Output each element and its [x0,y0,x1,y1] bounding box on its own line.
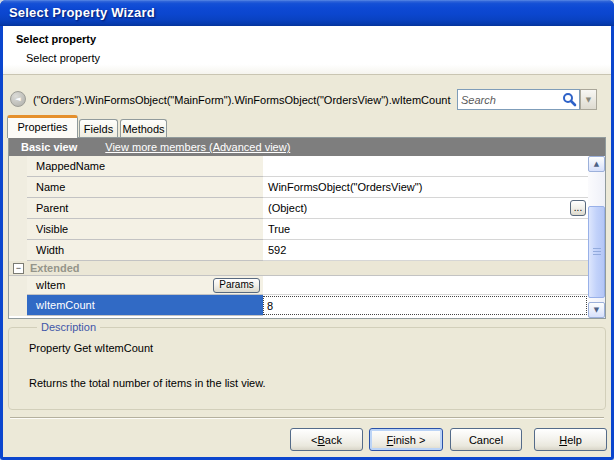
wizard-header: Select property Select property [3,26,611,75]
chevron-down-icon: ▼ [586,96,591,104]
view-mode-bar: Basic view View more members (Advanced v… [9,138,605,156]
select-property-wizard-dialog: Select Property Wizard Select property S… [0,0,614,460]
property-name-cell: wItemCount [27,295,263,316]
description-signature: Property Get wItemCount [29,342,153,354]
property-name-cell: Parent [27,198,263,219]
ellipsis-button[interactable]: ... [570,200,586,216]
back-button[interactable]: <Back [290,428,363,451]
row-gutter [9,240,27,261]
property-value-cell: 592 [263,240,588,261]
arrow-up-icon: ▲ [594,160,599,168]
advanced-view-link[interactable]: View more members (Advanced view) [105,141,290,153]
property-value-text: (Object) [268,202,307,214]
property-row-mappedname[interactable]: MappedName [9,156,588,177]
back-arrow-icon: ◄ [15,96,20,103]
row-gutter [9,219,27,240]
cancel-button[interactable]: Cancel [450,428,522,451]
search-icon[interactable] [562,92,577,107]
property-row-name[interactable]: Name WinFormsObject("OrdersView") [9,177,588,198]
property-value-cell: WinFormsObject("OrdersView") [263,177,588,198]
property-name-cell: Width [27,240,263,261]
arrow-down-icon: ▼ [594,306,599,314]
back-navigation-button[interactable]: ◄ [10,91,26,107]
scrollbar-grip-icon [593,248,601,256]
breadcrumb: ("Orders").WinFormsObject("MainForm").Wi… [33,94,450,106]
property-value-editor[interactable]: 8 [263,296,587,315]
page-subtitle: Select property [26,52,100,64]
scroll-down-button[interactable]: ▼ [588,302,605,318]
window-title: Select Property Wizard [9,5,155,20]
description-caption: Description [37,321,100,333]
property-name-text: wItem [36,279,65,291]
tab-fields[interactable]: Fields [79,119,118,138]
row-gutter [9,295,27,316]
property-value-cell: True [263,219,588,240]
property-row-visible[interactable]: Visible True [9,219,588,240]
property-name-cell: wItem Params [27,276,263,295]
params-button[interactable]: Params [213,278,260,293]
group-label: Extended [30,262,80,274]
dialog-client-area: Select property Select property ◄ ("Orde… [3,26,611,457]
description-groupbox: Description Property Get wItemCount Retu… [8,327,606,410]
collapse-icon[interactable]: − [13,263,24,274]
property-value-cell [263,276,588,295]
property-row-width[interactable]: Width 592 [9,240,588,261]
row-gutter [9,177,27,198]
property-row-witem[interactable]: wItem Params [9,276,588,295]
finish-button[interactable]: Finish > [369,428,443,451]
button-separator [10,417,604,419]
description-text: Returns the total number of items in the… [29,377,266,389]
property-row-witemcount-selected[interactable]: wItemCount 8 [9,295,588,316]
view-mode-label: Basic view [21,141,77,153]
search-options-dropdown[interactable]: ▼ [580,89,597,110]
page-title: Select property [16,33,96,45]
vertical-scrollbar[interactable]: ▲ ▼ [588,156,605,318]
property-row-parent[interactable]: Parent (Object) ... [9,198,588,219]
search-box[interactable] [457,89,580,110]
title-bar[interactable]: Select Property Wizard [0,0,614,26]
row-gutter [9,198,27,219]
property-value-cell: (Object) ... [263,198,588,219]
scrollbar-thumb[interactable] [588,206,605,298]
tab-properties[interactable]: Properties [7,115,78,138]
property-grid: MappedName Name WinFormsObject("OrdersVi… [9,156,588,318]
tab-methods[interactable]: Methods [120,119,167,138]
property-name-cell: Name [27,177,263,198]
help-button[interactable]: Help [534,428,607,451]
property-value-cell [263,156,588,177]
properties-panel: Basic view View more members (Advanced v… [8,137,606,319]
scroll-up-button[interactable]: ▲ [588,156,605,172]
search-input[interactable] [458,91,562,108]
group-row-extended[interactable]: − Extended [9,261,588,276]
row-gutter [9,276,27,295]
property-name-cell: MappedName [27,156,263,177]
row-gutter [9,156,27,177]
property-name-cell: Visible [27,219,263,240]
